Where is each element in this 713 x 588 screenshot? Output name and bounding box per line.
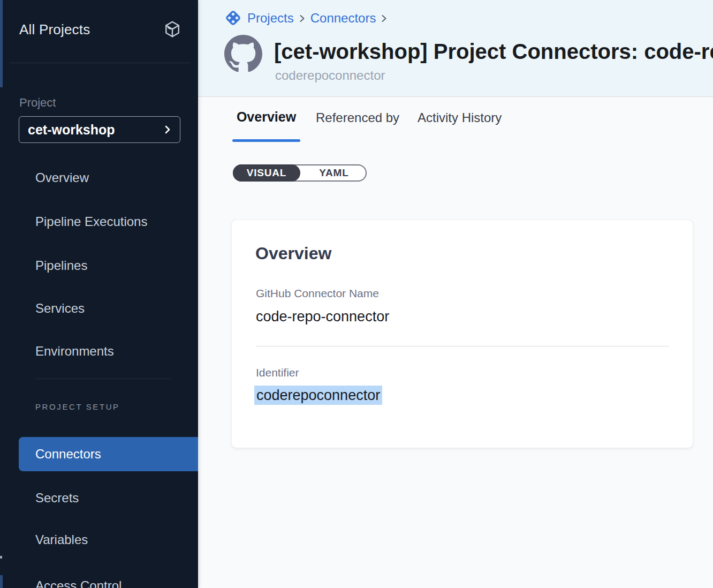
tab-activity-history[interactable]: Activity History — [418, 110, 502, 125]
selected-text: coderepoconnector — [254, 386, 382, 405]
card-heading: Overview — [255, 244, 331, 263]
project-setup-section-label: PROJECT SETUP — [35, 402, 120, 411]
github-icon — [224, 35, 262, 73]
tab-overview[interactable]: Overview — [232, 109, 300, 125]
sidebar: All Projects Project cet-workshop Overvi… — [3, 0, 198, 588]
chevron-right-icon — [299, 13, 306, 24]
active-tab-indicator — [232, 139, 300, 142]
project-section-label: Project — [19, 96, 56, 110]
overview-card: Overview GitHub Connector Name code-repo… — [232, 220, 693, 448]
page-subtitle: coderepoconnector — [275, 68, 385, 83]
breadcrumb-connectors-link[interactable]: Connectors — [310, 11, 376, 26]
sidebar-item-pipeline-executions[interactable]: Pipeline Executions — [35, 209, 147, 235]
page-title: [cet-workshop] Project Connectors: code-… — [274, 40, 713, 64]
sidebar-divider — [10, 63, 190, 63]
harness-project-icon — [224, 9, 242, 27]
sidebar-item-access-control[interactable]: Access Control — [35, 573, 122, 588]
module-rail-segment — [0, 575, 3, 588]
breadcrumb-projects-link[interactable]: Projects — [247, 11, 294, 26]
all-projects-label[interactable]: All Projects — [19, 21, 90, 38]
tab-referenced-by[interactable]: Referenced by — [316, 110, 399, 125]
toggle-option-yaml[interactable]: YAML — [300, 164, 368, 182]
toggle-option-visual[interactable]: VISUAL — [233, 164, 300, 182]
sidebar-item-variables[interactable]: Variables — [35, 527, 88, 553]
chevron-right-icon — [381, 13, 388, 24]
sidebar-divider — [35, 379, 171, 379]
chevron-right-icon — [164, 124, 171, 135]
sidebar-item-secrets[interactable]: Secrets — [35, 485, 79, 511]
project-selector[interactable]: cet-workshop — [19, 116, 180, 143]
project-selector-value: cet-workshop — [28, 122, 115, 138]
module-rail — [0, 0, 3, 588]
module-rail-segment — [0, 0, 3, 87]
field-value-github-connector-name: code-repo-connector — [256, 308, 389, 325]
field-value-identifier: coderepoconnector — [254, 387, 382, 404]
sidebar-item-environments[interactable]: Environments — [35, 338, 114, 364]
sidebar-item-overview[interactable]: Overview — [35, 165, 89, 191]
card-divider — [256, 346, 669, 346]
visual-yaml-toggle: VISUAL YAML — [233, 164, 367, 182]
app-window: All Projects Project cet-workshop Overvi… — [0, 0, 713, 588]
sidebar-item-connectors[interactable]: Connectors — [19, 437, 198, 471]
module-rail-notch — [0, 556, 2, 559]
cube-icon[interactable] — [162, 19, 183, 40]
page-header: Projects Connectors [cet-workshop] Proje… — [198, 0, 713, 97]
breadcrumb: Projects Connectors — [224, 9, 388, 27]
field-label-identifier: Identifier — [256, 366, 299, 379]
sidebar-item-services[interactable]: Services — [35, 296, 85, 321]
sidebar-item-pipelines[interactable]: Pipelines — [35, 253, 87, 278]
field-label-github-connector-name: GitHub Connector Name — [256, 287, 379, 300]
